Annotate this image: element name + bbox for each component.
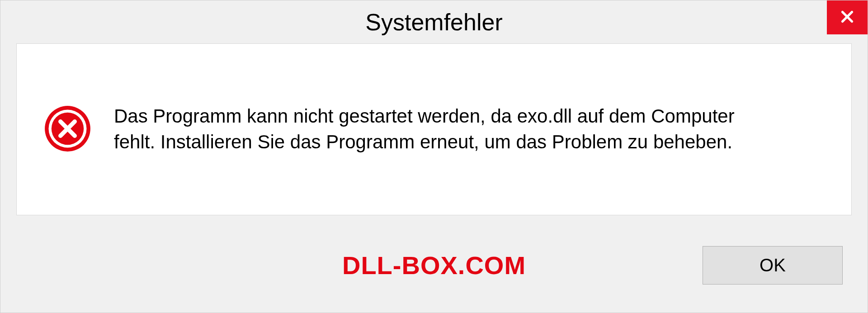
error-dialog: Systemfehler Das Programm kann nicht ges…	[0, 0, 868, 313]
title-bar: Systemfehler	[0, 0, 868, 43]
dialog-footer: DLL-BOX.COM OK	[0, 231, 868, 313]
ok-button[interactable]: OK	[703, 246, 843, 285]
watermark-text: DLL-BOX.COM	[342, 251, 526, 280]
error-icon	[44, 105, 91, 154]
dialog-title: Systemfehler	[365, 9, 502, 36]
close-icon	[839, 9, 855, 27]
content-panel: Das Programm kann nicht gestartet werden…	[16, 43, 852, 215]
close-button[interactable]	[827, 0, 868, 34]
error-message: Das Programm kann nicht gestartet werden…	[114, 104, 824, 155]
